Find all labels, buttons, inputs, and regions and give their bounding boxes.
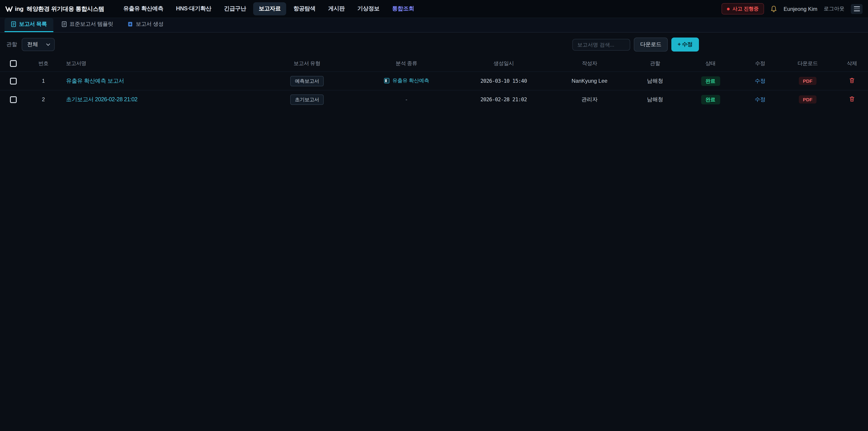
nav-item-rescue[interactable]: 긴급구난 [219, 2, 252, 16]
edit-button[interactable]: + 수정 [671, 37, 699, 52]
app-title: 해양환경 위기대응 통합시스템 [27, 5, 104, 13]
header-download: 다운로드 [779, 56, 836, 72]
nav-item-board[interactable]: 게시판 [323, 2, 350, 16]
tab-report-template-label: 표준보고서 템플릿 [69, 20, 113, 28]
report-type-badge: 초기보고서 [290, 94, 323, 105]
cell-no: 2 [26, 90, 61, 109]
bell-icon[interactable] [771, 5, 777, 12]
created-at: 2026-03-10 15:40 [480, 78, 527, 84]
report-list-icon [11, 21, 16, 27]
logo[interactable]: ing 해양환경 위기대응 통합시스템 [5, 5, 104, 13]
jurisdiction: 남해청 [630, 90, 680, 109]
nav-item-aerial-search[interactable]: 항공탐색 [288, 2, 321, 16]
chevron-down-icon [46, 43, 50, 46]
tab-report-template[interactable]: 표준보고서 템플릿 [55, 18, 119, 32]
header-edit: 수정 [741, 56, 779, 72]
template-icon [61, 21, 67, 27]
analysis-type: 유출유 확산예측 [384, 77, 429, 84]
table-row: 2 초기보고서 2026-02-28 21:02 초기보고서 - 2026-02… [0, 90, 868, 109]
select-all-checkbox[interactable] [10, 60, 17, 67]
brand-text: ing [15, 5, 24, 12]
nav-right: 사고 진행중 Eunjeong Kim 로그아웃 [721, 3, 863, 14]
header-analysis-type: 분석 종류 [354, 56, 458, 72]
delete-icon[interactable] [849, 96, 855, 102]
incident-status-badge[interactable]: 사고 진행중 [721, 3, 764, 14]
row-checkbox[interactable] [10, 78, 17, 84]
report-table: 번호 보고서명 보고서 유형 분석 종류 생성일시 작성자 관할 상태 수정 다… [0, 56, 868, 109]
cell-no: 1 [26, 72, 61, 90]
analysis-type: - [405, 96, 407, 103]
author: 관리자 [549, 90, 630, 109]
header-delete: 삭제 [836, 56, 868, 72]
download-button[interactable]: 다운로드 [634, 37, 668, 52]
tab-report-create[interactable]: 보고서 생성 [121, 18, 170, 32]
header-jurisdiction: 관할 [630, 56, 680, 72]
main-nav: 유출유 확산예측 HNS·대기확산 긴급구난 보고자료 항공탐색 게시판 기상정… [118, 2, 420, 16]
header-report-type: 보고서 유형 [259, 56, 354, 72]
nav-item-integrated-search[interactable]: 통합조회 [386, 2, 420, 16]
tab-bar: 보고서 목록 표준보고서 템플릿 보고서 생성 [0, 18, 868, 33]
nav-item-hns[interactable]: HNS·대기확산 [170, 2, 217, 16]
incident-dot-icon [727, 7, 730, 10]
analysis-icon [384, 78, 390, 83]
author: NanKyung Lee [549, 72, 630, 90]
nav-item-reports[interactable]: 보고자료 [253, 2, 286, 16]
top-nav: ing 해양환경 위기대응 통합시스템 유출유 확산예측 HNS·대기확산 긴급… [0, 0, 868, 18]
edit-link[interactable]: 수정 [755, 78, 766, 84]
report-name-link[interactable]: 초기보고서 2026-02-28 21:02 [66, 96, 137, 102]
report-type-badge: 예측보고서 [290, 76, 323, 86]
status-badge: 완료 [701, 76, 720, 86]
wing-logo-icon [5, 6, 13, 12]
table-header-row: 번호 보고서명 보고서 유형 분석 종류 생성일시 작성자 관할 상태 수정 다… [0, 56, 868, 72]
logout-button[interactable]: 로그아웃 [824, 5, 844, 12]
nav-item-weather[interactable]: 기상정보 [352, 2, 385, 16]
report-name-link[interactable]: 유출유 확산예측 보고서 [66, 78, 124, 84]
menu-icon[interactable] [851, 4, 863, 14]
header-created-at: 생성일시 [458, 56, 549, 72]
toolbar: 관할 전체 다운로드 + 수정 [0, 33, 868, 56]
user-name: Eunjeong Kim [784, 6, 817, 12]
jurisdiction-value: 전체 [27, 41, 38, 49]
page: ing 해양환경 위기대응 통합시스템 유출유 확산예측 HNS·대기확산 긴급… [0, 0, 868, 431]
pdf-download-button[interactable]: PDF [799, 96, 816, 104]
create-report-icon [127, 21, 133, 27]
edit-link[interactable]: 수정 [755, 96, 766, 102]
nav-item-oil-spill[interactable]: 유출유 확산예측 [118, 2, 168, 16]
row-checkbox[interactable] [10, 96, 17, 103]
table-row: 1 유출유 확산예측 보고서 예측보고서 유출유 확산예측 2026-03-10… [0, 72, 868, 90]
header-status: 상태 [680, 56, 741, 72]
status-badge: 완료 [701, 95, 720, 104]
header-report-name: 보고서명 [61, 56, 259, 72]
header-no: 번호 [26, 56, 61, 72]
tab-report-create-label: 보고서 생성 [135, 20, 163, 28]
jurisdiction-select[interactable]: 전체 [22, 38, 55, 51]
search-input[interactable] [572, 39, 630, 51]
created-at: 2026-02-28 21:02 [480, 96, 527, 103]
delete-icon[interactable] [849, 77, 855, 83]
tab-report-list-label: 보고서 목록 [19, 20, 47, 28]
tab-report-list[interactable]: 보고서 목록 [4, 18, 53, 32]
incident-status-label: 사고 진행중 [733, 5, 758, 12]
header-author: 작성자 [549, 56, 630, 72]
pdf-download-button[interactable]: PDF [799, 77, 816, 85]
jurisdiction-label: 관할 [6, 41, 17, 49]
jurisdiction: 남해청 [630, 72, 680, 90]
